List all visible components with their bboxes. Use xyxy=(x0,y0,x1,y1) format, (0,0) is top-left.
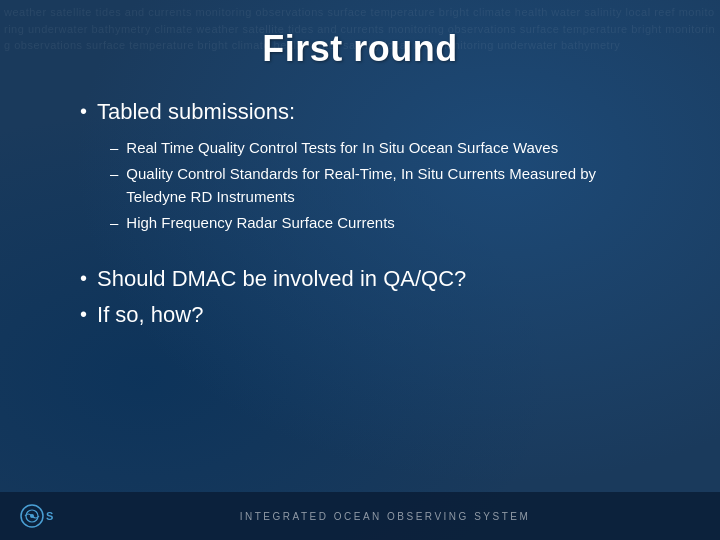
bullet-text-2: Should DMAC be involved in QA/QC? xyxy=(97,265,466,294)
footer-logo: S xyxy=(20,500,58,532)
title-area: First round xyxy=(0,0,720,88)
sub-bullet-text-3: High Frequency Radar Surface Currents xyxy=(126,212,394,235)
sub-bullets-list: – Real Time Quality Control Tests for In… xyxy=(80,137,650,235)
bullet-dot-3: • xyxy=(80,301,87,327)
svg-text:S: S xyxy=(46,510,53,522)
tabled-submissions-section: • Tabled submissions: – Real Time Qualit… xyxy=(80,98,650,235)
sub-bullet-1: – Real Time Quality Control Tests for In… xyxy=(110,137,650,160)
bullet-text-1: Tabled submissions: xyxy=(97,98,295,127)
main-bullet-3: • If so, how? xyxy=(80,301,650,330)
bullet-dot-2: • xyxy=(80,265,87,291)
dash-3: – xyxy=(110,212,118,235)
dash-1: – xyxy=(110,137,118,160)
dash-2: – xyxy=(110,163,118,186)
main-bullet-1: • Tabled submissions: xyxy=(80,98,650,127)
slide-title: First round xyxy=(60,28,660,70)
ioos-logo-icon: S xyxy=(20,500,58,532)
sub-bullet-text-2: Quality Control Standards for Real-Time,… xyxy=(126,163,650,208)
content-area: • Tabled submissions: – Real Time Qualit… xyxy=(0,88,720,490)
sub-bullet-2: – Quality Control Standards for Real-Tim… xyxy=(110,163,650,208)
footer-bar: S INTEGRATED OCEAN OBSERVING SYSTEM xyxy=(0,492,720,540)
slide-container: First round • Tabled submissions: – Real… xyxy=(0,0,720,540)
sub-bullet-text-1: Real Time Quality Control Tests for In S… xyxy=(126,137,558,160)
footer-text: INTEGRATED OCEAN OBSERVING SYSTEM xyxy=(70,511,700,522)
bottom-bullets-section: • Should DMAC be involved in QA/QC? • If… xyxy=(80,265,650,330)
bullet-text-3: If so, how? xyxy=(97,301,203,330)
main-bullet-2: • Should DMAC be involved in QA/QC? xyxy=(80,265,650,294)
sub-bullet-3: – High Frequency Radar Surface Currents xyxy=(110,212,650,235)
bullet-dot-1: • xyxy=(80,98,87,124)
